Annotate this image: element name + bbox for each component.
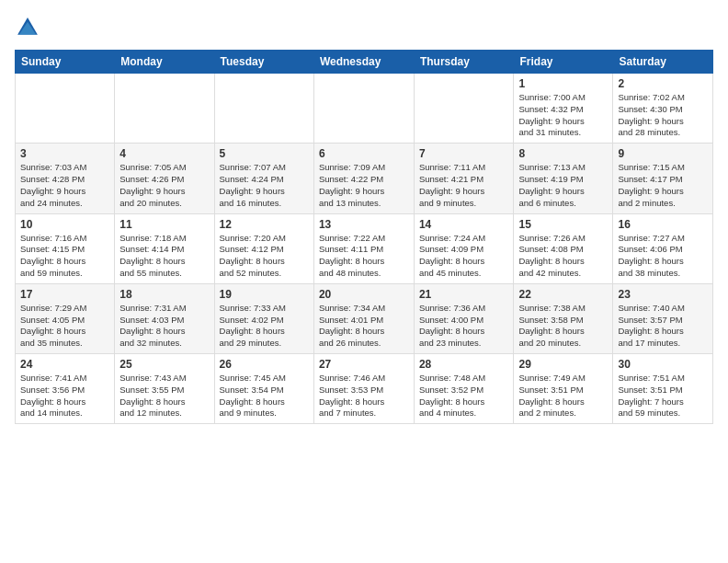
day-number: 5 — [220, 147, 309, 160]
day-info: Sunrise: 7:34 AMSunset: 4:01 PMDaylight:… — [319, 303, 409, 350]
day-info: Sunrise: 7:22 AMSunset: 4:11 PMDaylight:… — [319, 233, 409, 280]
day-info: Sunrise: 7:13 AMSunset: 4:19 PMDaylight:… — [518, 162, 608, 209]
calendar-cell: 22Sunrise: 7:38 AMSunset: 3:58 PMDayligh… — [514, 283, 613, 353]
calendar-cell: 3Sunrise: 7:03 AMSunset: 4:28 PMDaylight… — [16, 144, 115, 213]
day-number: 3 — [20, 147, 109, 160]
day-info: Sunrise: 7:00 AMSunset: 4:32 PMDaylight:… — [518, 92, 608, 139]
day-number: 14 — [419, 218, 509, 231]
day-number: 4 — [119, 147, 209, 160]
calendar: SundayMondayTuesdayWednesdayThursdayFrid… — [15, 50, 713, 424]
day-number: 1 — [518, 77, 608, 90]
day-info: Sunrise: 7:26 AMSunset: 4:08 PMDaylight:… — [518, 233, 608, 280]
day-info: Sunrise: 7:24 AMSunset: 4:09 PMDaylight:… — [419, 233, 509, 280]
calendar-cell: 16Sunrise: 7:27 AMSunset: 4:06 PMDayligh… — [613, 213, 713, 283]
calendar-cell: 24Sunrise: 7:41 AMSunset: 3:56 PMDayligh… — [16, 354, 115, 424]
calendar-cell: 11Sunrise: 7:18 AMSunset: 4:14 PMDayligh… — [115, 213, 214, 283]
calendar-cell: 8Sunrise: 7:13 AMSunset: 4:19 PMDaylight… — [514, 144, 613, 213]
day-info: Sunrise: 7:43 AMSunset: 3:55 PMDaylight:… — [119, 373, 209, 419]
day-number: 30 — [618, 358, 708, 371]
weekday-header-thursday: Thursday — [414, 51, 514, 74]
week-row-4: 17Sunrise: 7:29 AMSunset: 4:05 PMDayligh… — [16, 283, 713, 353]
day-info: Sunrise: 7:03 AMSunset: 4:28 PMDaylight:… — [20, 162, 109, 209]
week-row-1: 1Sunrise: 7:00 AMSunset: 4:32 PMDaylight… — [16, 74, 713, 144]
calendar-cell: 18Sunrise: 7:31 AMSunset: 4:03 PMDayligh… — [115, 283, 214, 353]
calendar-cell: 27Sunrise: 7:46 AMSunset: 3:53 PMDayligh… — [313, 354, 414, 424]
calendar-cell: 9Sunrise: 7:15 AMSunset: 4:17 PMDaylight… — [613, 144, 713, 213]
day-number: 6 — [319, 147, 409, 160]
day-info: Sunrise: 7:29 AMSunset: 4:05 PMDaylight:… — [20, 303, 109, 350]
calendar-cell: 5Sunrise: 7:07 AMSunset: 4:24 PMDaylight… — [214, 144, 313, 213]
calendar-cell: 6Sunrise: 7:09 AMSunset: 4:22 PMDaylight… — [313, 144, 414, 213]
day-number: 11 — [119, 218, 209, 231]
week-row-2: 3Sunrise: 7:03 AMSunset: 4:28 PMDaylight… — [16, 144, 713, 213]
day-number: 20 — [319, 288, 409, 301]
day-number: 2 — [618, 77, 708, 90]
calendar-cell: 17Sunrise: 7:29 AMSunset: 4:05 PMDayligh… — [16, 283, 115, 353]
day-number: 22 — [518, 288, 608, 301]
day-info: Sunrise: 7:51 AMSunset: 3:51 PMDaylight:… — [618, 373, 708, 419]
calendar-cell: 26Sunrise: 7:45 AMSunset: 3:54 PMDayligh… — [214, 354, 313, 424]
day-number: 9 — [618, 147, 708, 160]
day-number: 29 — [518, 358, 608, 371]
calendar-cell: 21Sunrise: 7:36 AMSunset: 4:00 PMDayligh… — [414, 283, 514, 353]
weekday-header-tuesday: Tuesday — [214, 51, 313, 74]
calendar-cell — [115, 74, 214, 144]
calendar-cell: 29Sunrise: 7:49 AMSunset: 3:51 PMDayligh… — [514, 354, 613, 424]
day-info: Sunrise: 7:31 AMSunset: 4:03 PMDaylight:… — [119, 303, 209, 350]
day-number: 13 — [319, 218, 409, 231]
header — [15, 15, 713, 40]
calendar-cell: 2Sunrise: 7:02 AMSunset: 4:30 PMDaylight… — [613, 74, 713, 144]
calendar-cell: 4Sunrise: 7:05 AMSunset: 4:26 PMDaylight… — [115, 144, 214, 213]
day-number: 27 — [319, 358, 409, 371]
calendar-cell: 20Sunrise: 7:34 AMSunset: 4:01 PMDayligh… — [313, 283, 414, 353]
day-number: 28 — [419, 358, 509, 371]
calendar-cell: 28Sunrise: 7:48 AMSunset: 3:52 PMDayligh… — [414, 354, 514, 424]
day-number: 25 — [119, 358, 209, 371]
weekday-header-wednesday: Wednesday — [313, 51, 414, 74]
day-info: Sunrise: 7:20 AMSunset: 4:12 PMDaylight:… — [220, 233, 309, 280]
day-number: 18 — [119, 288, 209, 301]
day-info: Sunrise: 7:16 AMSunset: 4:15 PMDaylight:… — [20, 233, 109, 280]
day-info: Sunrise: 7:15 AMSunset: 4:17 PMDaylight:… — [618, 162, 708, 209]
calendar-cell: 25Sunrise: 7:43 AMSunset: 3:55 PMDayligh… — [115, 354, 214, 424]
weekday-header-row: SundayMondayTuesdayWednesdayThursdayFrid… — [16, 51, 713, 74]
day-info: Sunrise: 7:41 AMSunset: 3:56 PMDaylight:… — [20, 373, 109, 419]
day-info: Sunrise: 7:45 AMSunset: 3:54 PMDaylight:… — [220, 373, 309, 419]
weekday-header-sunday: Sunday — [16, 51, 115, 74]
day-info: Sunrise: 7:18 AMSunset: 4:14 PMDaylight:… — [119, 233, 209, 280]
logo — [15, 15, 44, 40]
day-info: Sunrise: 7:02 AMSunset: 4:30 PMDaylight:… — [618, 92, 708, 139]
day-number: 21 — [419, 288, 509, 301]
day-number: 10 — [20, 218, 109, 231]
day-number: 7 — [419, 147, 509, 160]
day-info: Sunrise: 7:49 AMSunset: 3:51 PMDaylight:… — [518, 373, 608, 419]
day-number: 23 — [618, 288, 708, 301]
day-info: Sunrise: 7:33 AMSunset: 4:02 PMDaylight:… — [220, 303, 309, 350]
day-number: 8 — [518, 147, 608, 160]
week-row-5: 24Sunrise: 7:41 AMSunset: 3:56 PMDayligh… — [16, 354, 713, 424]
day-number: 15 — [518, 218, 608, 231]
day-info: Sunrise: 7:40 AMSunset: 3:57 PMDaylight:… — [618, 303, 708, 350]
weekday-header-monday: Monday — [115, 51, 214, 74]
page: SundayMondayTuesdayWednesdayThursdayFrid… — [0, 0, 728, 431]
day-info: Sunrise: 7:48 AMSunset: 3:52 PMDaylight:… — [419, 373, 509, 419]
calendar-cell: 10Sunrise: 7:16 AMSunset: 4:15 PMDayligh… — [16, 213, 115, 283]
day-number: 26 — [220, 358, 309, 371]
weekday-header-friday: Friday — [514, 51, 613, 74]
day-info: Sunrise: 7:27 AMSunset: 4:06 PMDaylight:… — [618, 233, 708, 280]
day-info: Sunrise: 7:36 AMSunset: 4:00 PMDaylight:… — [419, 303, 509, 350]
day-info: Sunrise: 7:05 AMSunset: 4:26 PMDaylight:… — [119, 162, 209, 209]
day-info: Sunrise: 7:38 AMSunset: 3:58 PMDaylight:… — [518, 303, 608, 350]
day-info: Sunrise: 7:46 AMSunset: 3:53 PMDaylight:… — [319, 373, 409, 419]
calendar-cell — [414, 74, 514, 144]
calendar-cell: 23Sunrise: 7:40 AMSunset: 3:57 PMDayligh… — [613, 283, 713, 353]
calendar-cell: 1Sunrise: 7:00 AMSunset: 4:32 PMDaylight… — [514, 74, 613, 144]
calendar-cell: 30Sunrise: 7:51 AMSunset: 3:51 PMDayligh… — [613, 354, 713, 424]
calendar-cell: 13Sunrise: 7:22 AMSunset: 4:11 PMDayligh… — [313, 213, 414, 283]
calendar-cell: 7Sunrise: 7:11 AMSunset: 4:21 PMDaylight… — [414, 144, 514, 213]
day-info: Sunrise: 7:07 AMSunset: 4:24 PMDaylight:… — [220, 162, 309, 209]
day-number: 17 — [20, 288, 109, 301]
calendar-cell — [313, 74, 414, 144]
week-row-3: 10Sunrise: 7:16 AMSunset: 4:15 PMDayligh… — [16, 213, 713, 283]
calendar-cell: 15Sunrise: 7:26 AMSunset: 4:08 PMDayligh… — [514, 213, 613, 283]
